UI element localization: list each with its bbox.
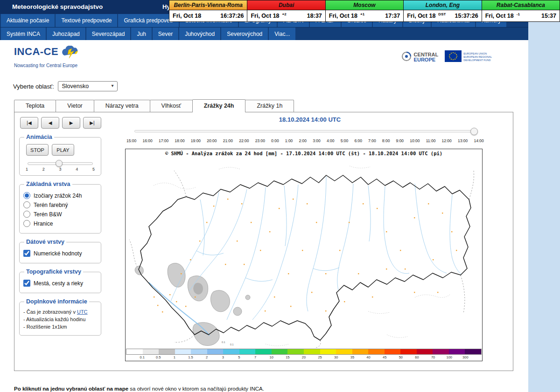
central-europe-text1: CENTRAL [414, 52, 439, 57]
time-tick: 22:00 [239, 138, 249, 143]
radio-input[interactable] [23, 201, 30, 208]
product-tab-4[interactable]: Zrážky 24h [192, 99, 246, 112]
product-tab-2[interactable]: Nárazy vetra [94, 100, 150, 112]
time-tick: 12:00 [442, 138, 452, 143]
radio-input[interactable] [23, 192, 30, 199]
colorbar-label: 25 [318, 355, 322, 359]
data-layers-fieldset: Dátové vrstvy Numerické hodnoty [19, 239, 101, 263]
time-slider-track[interactable] [134, 130, 476, 132]
radio-option-3[interactable]: Hranice [23, 220, 97, 227]
product-tab-5[interactable]: Zrážky 1h [245, 100, 294, 112]
product-tab-0[interactable]: Teplota [14, 100, 56, 112]
eu-text2: EUROPEAN REGIONAL [463, 55, 492, 59]
option-label: Hranice [34, 220, 53, 227]
animation-slider-handle[interactable] [56, 160, 63, 167]
nav-row2-tab-4[interactable]: Sever [153, 28, 178, 40]
stop-button[interactable]: STOP [26, 144, 49, 156]
nav-row2-tab-7[interactable]: Viac... [269, 28, 295, 40]
radio-option-2[interactable]: Terén B&W [23, 211, 97, 218]
nav-row2-tab-0[interactable]: Systém INCA [1, 28, 46, 40]
checkbox-input[interactable] [23, 280, 30, 287]
frame-navigation-buttons: |◀◀▶▶| [20, 117, 108, 129]
colorbar-segment-18 [417, 349, 433, 354]
nav-row2-tab-6[interactable]: Severovýchod [221, 28, 268, 40]
time-tick: 21:00 [223, 138, 233, 143]
colorbar-segment-19 [433, 349, 449, 354]
radio-input[interactable] [23, 211, 30, 218]
first-frame-button[interactable]: |◀ [20, 117, 38, 129]
region-select-row: Vyberte oblasť: Slovensko ▾ [13, 81, 118, 91]
time-tick: 13:00 [458, 138, 468, 143]
colorbar-label: 70 [431, 355, 435, 359]
nav-row2-tab-5[interactable]: Juhovýchod [179, 28, 220, 40]
product-tab-3[interactable]: Vlhkosť [150, 100, 193, 112]
colorbar-label: 300 [462, 355, 469, 359]
radio-input[interactable] [23, 220, 30, 227]
partner-logos: CENTRAL EUROPE [401, 50, 492, 64]
time-tick: 23:00 [255, 138, 265, 143]
colorbar-segment-3 [175, 349, 191, 354]
base-layer-legend: Základná vrstva [24, 181, 72, 187]
nav-row1-tab-0[interactable]: Aktuálne počasie [1, 14, 55, 27]
time-tick: 19:00 [191, 138, 201, 143]
clock-time-value: 15:37 [541, 13, 556, 19]
time-tick: 6:00 [354, 138, 362, 143]
world-clock-4: Rabat-CasablancaFri, Oct 18-115:37 [482, 0, 560, 22]
colorbar-segment-1 [143, 349, 159, 354]
checkbox-option-0[interactable]: Numerické hodnoty [23, 250, 97, 257]
option-label: Terén farebný [34, 202, 68, 208]
nav-row2-tab-2[interactable]: Severozápad [86, 28, 131, 40]
colorbar-segment-9 [272, 349, 288, 354]
nav-row1-tab-1[interactable]: Textové predpovede [56, 14, 117, 27]
additional-info-legend: Doplnkové informácie [24, 298, 89, 305]
radio-option-0[interactable]: Izočiary zrážok 24h [23, 192, 97, 199]
option-label: Mestá, cesty a rieky [34, 280, 83, 287]
topo-layers-fieldset: Topografické vrstvy Mestá, cesty a rieky [19, 268, 101, 293]
page-content: Meteorologické spravodajstvo Hy Aktuálne… [0, 0, 528, 392]
inca-cloud-lightning-icon [60, 46, 82, 62]
main-area: INCA-CE Nowcasting for Central Europe [0, 40, 528, 391]
inca-ce-logo-text: INCA-CE [14, 46, 58, 58]
prev-frame-button[interactable]: ◀ [41, 117, 59, 129]
animation-speed-slider[interactable] [28, 162, 93, 165]
product-tabs: TeplotaVietorNárazy vetraVlhkosťZrážky 2… [14, 99, 294, 112]
checkbox-input[interactable] [23, 250, 30, 257]
central-europe-logo: CENTRAL EUROPE [401, 51, 439, 63]
region-select[interactable]: Slovensko ▾ [58, 81, 118, 91]
radio-option-1[interactable]: Terén farebný [23, 201, 97, 208]
map-controls-sidebar: |◀◀▶▶| Animácia STOP PLAY 12345 Základná… [19, 117, 108, 336]
time-slider-handle[interactable] [470, 128, 478, 135]
region-select-label: Vyberte oblasť: [13, 83, 54, 90]
clock-time-value: 18:37 [307, 13, 322, 19]
inca-ce-subtitle: Nowcasting for Central Europe [14, 63, 82, 68]
play-button[interactable]: PLAY [52, 144, 74, 156]
clock-datetime: Fri, Oct 18+218:37 [247, 10, 325, 21]
time-tick: 18:00 [175, 138, 184, 143]
clock-time-value: 15:37:26 [455, 13, 478, 19]
data-layer-options: Numerické hodnoty [23, 250, 97, 257]
clock-datetime: Fri, Oct 18+117:37 [326, 10, 403, 21]
next-frame-button[interactable]: ▶ [62, 117, 80, 129]
utc-link[interactable]: UTC [77, 309, 88, 315]
slovakia-map[interactable]: 0.1 0.1 [126, 158, 482, 349]
colorbar-segment-4 [191, 349, 207, 354]
world-clock-1: DubaiFri, Oct 18+218:37 [247, 0, 325, 22]
slider-number: 5 [92, 167, 95, 172]
colorbar-segment-11 [304, 349, 320, 354]
time-tick: 2:00 [299, 138, 307, 143]
site-title: Meteorologické spravodajstvo [12, 3, 103, 10]
colorbar-label: 1 [174, 355, 175, 359]
info-line-update: - Aktualizácia každú hodinu [23, 316, 97, 322]
nav-row2-tab-1[interactable]: Juhozápad [47, 28, 85, 40]
info-line-utc: - Čas je zobrazovaný v UTC [23, 309, 97, 315]
checkbox-option-0[interactable]: Mestá, cesty a rieky [23, 280, 97, 287]
product-tab-1[interactable]: Vietor [56, 100, 94, 112]
precipitation-colorbar [126, 349, 482, 355]
nav-row2-tab-3[interactable]: Juh [131, 28, 151, 40]
colorbar-label: 45 [383, 355, 386, 359]
option-label: Terén B&W [34, 211, 62, 218]
time-tick: 20:00 [207, 138, 217, 143]
last-frame-button[interactable]: ▶| [83, 117, 101, 129]
clock-datetime: Fri, Oct 18-115:37 [482, 10, 560, 21]
colorbar-segment-12 [320, 349, 336, 354]
